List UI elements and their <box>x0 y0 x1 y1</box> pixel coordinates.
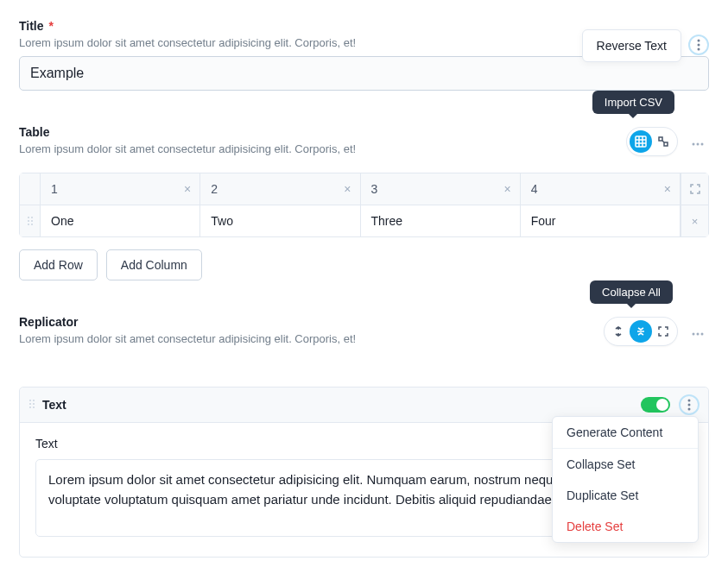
drag-dots-icon <box>27 216 34 226</box>
remove-column-icon[interactable]: × <box>504 182 511 196</box>
svg-point-25 <box>33 403 35 405</box>
horizontal-dots-icon <box>692 142 704 146</box>
replicator-set-wrap: Text Text Generate Content Collapse Set … <box>19 387 709 558</box>
svg-point-10 <box>693 142 695 145</box>
expand-vertical-icon <box>613 326 624 337</box>
svg-point-16 <box>31 220 33 222</box>
replicator-label: Replicator <box>19 315 604 329</box>
table-toolbar: Import CSV <box>626 127 709 156</box>
remove-column-icon[interactable]: × <box>664 182 671 196</box>
replicator-toolbar: Collapse All <box>604 317 709 346</box>
set-context-menu: Generate Content Collapse Set Duplicate … <box>552 416 699 543</box>
table-corner <box>20 173 41 205</box>
svg-point-15 <box>28 220 29 222</box>
svg-point-2 <box>698 48 700 51</box>
table-cell[interactable]: One <box>41 205 200 236</box>
expand-icon <box>658 136 668 147</box>
add-row-button[interactable]: Add Row <box>19 249 98 280</box>
table-fullscreen-button[interactable] <box>652 130 674 153</box>
required-asterisk: * <box>48 19 53 33</box>
table-cell[interactable]: Three <box>361 205 521 236</box>
import-csv-tooltip: Import CSV <box>592 91 674 114</box>
svg-point-21 <box>701 332 704 335</box>
svg-point-28 <box>688 400 691 402</box>
table-pill-group <box>626 127 678 156</box>
table-header-cell[interactable]: 4× <box>521 173 681 205</box>
set-enabled-toggle[interactable] <box>641 397 670 413</box>
fullscreen-icon <box>658 326 668 337</box>
replicator-more-button[interactable] <box>687 322 709 342</box>
set-more-button[interactable] <box>679 394 700 415</box>
vertical-dots-icon <box>687 399 691 411</box>
grid-icon <box>635 135 647 148</box>
svg-point-26 <box>29 406 31 408</box>
menu-generate-content[interactable]: Generate Content <box>553 417 698 449</box>
svg-point-1 <box>698 44 700 47</box>
table-field: Table Lorem ipsum dolor sit amet consect… <box>19 125 709 280</box>
title-label-text: Title <box>19 19 44 33</box>
table-header-cell[interactable]: 2× <box>200 173 360 205</box>
svg-point-22 <box>29 400 31 401</box>
svg-point-12 <box>701 142 704 145</box>
table-header-cell[interactable]: 1× <box>41 173 200 205</box>
remove-column-icon[interactable]: × <box>344 182 351 196</box>
table-description: Lorem ipsum dolor sit amet consectetur a… <box>19 142 626 155</box>
remove-column-icon[interactable]: × <box>184 182 191 196</box>
svg-rect-8 <box>659 137 662 141</box>
replicator-description: Lorem ipsum dolor sit amet consectetur a… <box>19 332 604 345</box>
title-more-button[interactable] <box>688 35 709 55</box>
title-field: Title * Lorem ipsum dolor sit amet conse… <box>19 19 709 91</box>
svg-point-19 <box>693 332 695 335</box>
menu-collapse-set[interactable]: Collapse Set <box>553 449 698 480</box>
fullscreen-icon <box>690 184 700 194</box>
import-csv-button[interactable] <box>630 130 652 153</box>
add-column-button[interactable]: Add Column <box>106 249 202 280</box>
svg-point-11 <box>697 142 700 145</box>
table-header-cell[interactable]: 3× <box>361 173 521 205</box>
remove-row-button[interactable]: × <box>681 205 708 236</box>
svg-point-20 <box>697 332 700 335</box>
replicator-field: Replicator Lorem ipsum dolor sit amet co… <box>19 315 709 558</box>
row-drag-handle[interactable] <box>20 205 41 236</box>
set-title: Text <box>42 398 66 412</box>
svg-point-14 <box>31 217 33 218</box>
table-cell[interactable]: Two <box>200 205 360 236</box>
table-row: One Two Three Four × <box>20 205 708 236</box>
svg-point-17 <box>28 224 29 225</box>
svg-point-18 <box>31 224 33 225</box>
table-header-row: 1× 2× 3× 4× <box>20 173 708 205</box>
table-more-button[interactable] <box>687 132 709 152</box>
replicator-pill-group <box>604 317 678 346</box>
menu-delete-set[interactable]: Delete Set <box>553 511 698 542</box>
replicator-fullscreen-button[interactable] <box>652 320 674 343</box>
svg-rect-9 <box>664 142 668 146</box>
svg-point-27 <box>33 406 35 408</box>
reverse-text-popover[interactable]: Reverse Text <box>582 29 681 62</box>
vertical-dots-icon <box>697 39 700 51</box>
table: 1× 2× 3× 4× One Two Three Four × <box>19 173 709 237</box>
svg-point-30 <box>688 408 691 411</box>
svg-point-23 <box>33 400 35 401</box>
table-cell[interactable]: Four <box>521 205 681 236</box>
horizontal-dots-icon <box>692 332 704 336</box>
svg-point-0 <box>698 40 700 42</box>
svg-point-13 <box>28 217 29 218</box>
drag-dots-icon <box>28 399 35 409</box>
collapse-all-tooltip: Collapse All <box>590 280 673 304</box>
svg-point-24 <box>29 403 31 405</box>
expand-all-button[interactable] <box>607 320 630 343</box>
menu-duplicate-set[interactable]: Duplicate Set <box>553 480 698 511</box>
table-label: Table <box>19 125 626 139</box>
collapse-all-button[interactable] <box>630 320 652 343</box>
set-drag-handle[interactable] <box>28 398 35 412</box>
collapse-vertical-icon <box>636 326 646 337</box>
svg-point-29 <box>688 404 691 406</box>
table-expand-button[interactable] <box>681 173 708 205</box>
svg-rect-3 <box>636 136 646 147</box>
table-actions: Add Row Add Column <box>19 249 709 280</box>
